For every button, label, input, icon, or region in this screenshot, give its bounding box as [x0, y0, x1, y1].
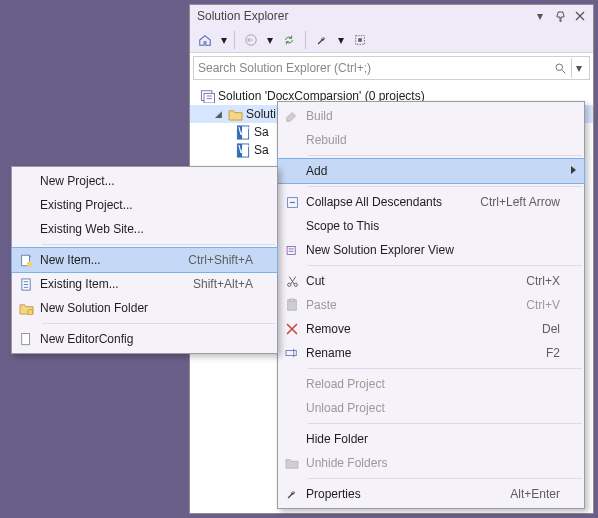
- back-icon[interactable]: [240, 29, 262, 51]
- menu-item-new-view[interactable]: New Solution Explorer View: [278, 238, 584, 262]
- folder-icon: [227, 106, 243, 122]
- menu-item-reload[interactable]: Reload Project: [278, 372, 584, 396]
- menu-item-cut[interactable]: CutCtrl+X: [278, 269, 584, 293]
- context-menu-add: New Project... Existing Project... Exist…: [11, 166, 278, 354]
- menu-item-unload[interactable]: Unload Project: [278, 396, 584, 420]
- svg-text:W: W: [238, 143, 249, 155]
- panel-titlebar: Solution Explorer ▾: [190, 5, 593, 27]
- showall-icon[interactable]: [349, 29, 371, 51]
- menu-item-existing-item[interactable]: Existing Item...Shift+Alt+A: [12, 272, 277, 296]
- home-icon[interactable]: [194, 29, 216, 51]
- menu-item-remove[interactable]: RemoveDel: [278, 317, 584, 341]
- menu-item-new-item[interactable]: New Item...Ctrl+Shift+A: [12, 248, 277, 272]
- menu-item-collapse[interactable]: Collapse All DescendantsCtrl+Left Arrow: [278, 190, 584, 214]
- svg-rect-2: [358, 38, 362, 42]
- sync-icon[interactable]: [278, 29, 300, 51]
- menu-item-scope[interactable]: Scope to This: [278, 214, 584, 238]
- remove-icon: [278, 323, 306, 335]
- menu-item-build[interactable]: Build: [278, 104, 584, 128]
- tree-label: Sa: [254, 143, 269, 157]
- panel-title: Solution Explorer: [195, 9, 528, 23]
- new-folder-icon: [12, 302, 40, 315]
- search-box[interactable]: ▾: [193, 56, 590, 80]
- wrench-icon[interactable]: [311, 29, 333, 51]
- menu-item-new-solution-folder[interactable]: New Solution Folder: [12, 296, 277, 320]
- menu-item-paste[interactable]: PasteCtrl+V: [278, 293, 584, 317]
- menu-item-rename[interactable]: RenameF2: [278, 341, 584, 365]
- rename-icon: [278, 347, 306, 359]
- back-split-icon[interactable]: ▾: [265, 29, 275, 51]
- svg-point-15: [294, 283, 297, 286]
- menu-item-unhide[interactable]: Unhide Folders: [278, 451, 584, 475]
- new-item-icon: [12, 253, 40, 268]
- collapse-icon: [278, 196, 306, 209]
- close-icon[interactable]: [572, 8, 588, 24]
- file-icon: [12, 332, 40, 347]
- search-dropdown-icon[interactable]: ▾: [571, 58, 585, 78]
- menu-item-existing-website[interactable]: Existing Web Site...: [12, 217, 277, 241]
- paste-icon: [278, 298, 306, 312]
- menu-item-hide-folder[interactable]: Hide Folder: [278, 427, 584, 451]
- word-doc-icon: W: [235, 142, 251, 158]
- context-menu-main: Build Rebuild Add Collapse All Descendan…: [277, 101, 585, 509]
- tree-label: Soluti: [246, 107, 276, 121]
- wrench-icon: [278, 487, 306, 501]
- existing-item-icon: [12, 277, 40, 292]
- expander-open-icon[interactable]: ◢: [213, 109, 224, 120]
- svg-rect-17: [289, 299, 294, 302]
- menu-item-rebuild[interactable]: Rebuild: [278, 128, 584, 152]
- dropdown-icon[interactable]: ▾: [532, 8, 548, 24]
- pin-icon[interactable]: [552, 8, 568, 24]
- menu-item-add[interactable]: Add: [278, 159, 584, 183]
- search-icon[interactable]: [554, 62, 567, 75]
- svg-rect-18: [286, 350, 296, 355]
- svg-point-3: [556, 64, 563, 71]
- svg-text:W: W: [238, 125, 249, 137]
- menu-item-existing-project[interactable]: Existing Project...: [12, 193, 277, 217]
- svg-rect-13: [287, 246, 295, 254]
- home-split-icon[interactable]: ▾: [219, 29, 229, 51]
- tree-label: Sa: [254, 125, 269, 139]
- search-input[interactable]: [198, 61, 554, 75]
- svg-point-14: [287, 283, 290, 286]
- new-view-icon: [278, 244, 306, 257]
- svg-point-22: [27, 309, 33, 315]
- svg-rect-23: [22, 333, 30, 344]
- menu-item-new-project[interactable]: New Project...: [12, 169, 277, 193]
- submenu-arrow-icon: [571, 166, 576, 174]
- svg-point-20: [27, 261, 32, 266]
- wrench-split-icon[interactable]: ▾: [336, 29, 346, 51]
- menu-item-new-editorconfig[interactable]: New EditorConfig: [12, 327, 277, 351]
- word-doc-icon: W: [235, 124, 251, 140]
- cut-icon: [278, 275, 306, 288]
- solution-icon: [199, 88, 215, 104]
- panel-toolbar: ▾ ▾ ▾: [190, 27, 593, 53]
- folder-icon: [278, 457, 306, 469]
- menu-item-properties[interactable]: PropertiesAlt+Enter: [278, 482, 584, 506]
